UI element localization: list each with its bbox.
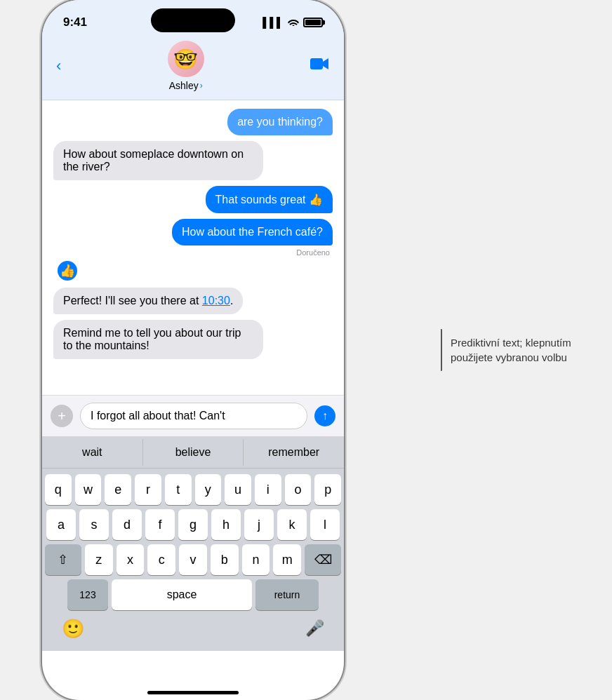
status-time: 9:41 [63, 15, 87, 29]
message-input-wrapper[interactable]: I forgot all about that! Can't [80, 403, 307, 429]
message-received-3: Remind me to tell you about our trip to … [53, 320, 263, 359]
svg-rect-0 [310, 58, 323, 69]
space-key[interactable]: space [112, 579, 252, 610]
phone-frame: 9:41 ▌▌▌ ‹ 🤓 Ashley › [42, 0, 344, 700]
key-w[interactable]: w [75, 474, 102, 505]
keyboard: q w e r t y u i o p a s d f g h j k l ⇧ … [42, 469, 344, 613]
message-input[interactable]: I forgot all about that! Can't [91, 410, 279, 422]
predictive-word-1[interactable]: wait [42, 439, 143, 466]
message-received-2: Perfect! I'll see you there at 10:30. [53, 288, 243, 314]
reaction-bubble: 👍 [56, 260, 79, 282]
key-m[interactable]: m [273, 544, 301, 575]
annotation: Prediktivní text; klepnutím použijete vy… [441, 329, 591, 371]
key-a[interactable]: a [46, 509, 76, 540]
nav-bar: ‹ 🤓 Ashley › [42, 35, 344, 100]
send-icon: ↑ [322, 410, 328, 422]
delete-key[interactable]: ⌫ [305, 544, 341, 575]
wifi-icon [288, 17, 299, 28]
key-e[interactable]: e [105, 474, 131, 505]
key-j[interactable]: j [244, 509, 274, 540]
shift-key[interactable]: ⇧ [45, 544, 81, 575]
contact-info[interactable]: 🤓 Ashley › [168, 41, 204, 91]
predictive-word-2[interactable]: believe [143, 439, 244, 466]
keyboard-row-2: a s d f g h j k l [45, 509, 341, 540]
signal-icon: ▌▌▌ [262, 17, 284, 28]
message-received-1: How about someplace downtown on the rive… [53, 141, 263, 180]
back-button[interactable]: ‹ [56, 57, 61, 75]
mic-button[interactable]: 🎤 [305, 619, 324, 638]
annotation-text: Prediktivní text; klepnutím použijete vy… [451, 335, 591, 365]
key-c[interactable]: c [147, 544, 175, 575]
send-button[interactable]: ↑ [314, 405, 335, 426]
chevron-right-icon: › [200, 81, 203, 90]
key-q[interactable]: q [45, 474, 72, 505]
key-h[interactable]: h [211, 509, 241, 540]
contact-name: Ashley › [169, 80, 203, 91]
key-d[interactable]: d [112, 509, 142, 540]
avatar: 🤓 [168, 41, 204, 77]
dynamic-island [151, 8, 235, 32]
key-r[interactable]: r [135, 474, 161, 505]
predictive-word-3[interactable]: remember [244, 439, 344, 466]
keyboard-row-3: ⇧ z x c v b n m ⌫ [45, 544, 341, 575]
key-x[interactable]: x [117, 544, 145, 575]
key-k[interactable]: k [277, 509, 307, 540]
key-i[interactable]: i [255, 474, 281, 505]
key-o[interactable]: o [285, 474, 312, 505]
key-v[interactable]: v [179, 544, 207, 575]
keyboard-row-1: q w e r t y u i o p [45, 474, 341, 505]
video-call-button[interactable] [310, 57, 330, 75]
reaction-row: 👍 [53, 260, 333, 282]
key-n[interactable]: n [242, 544, 270, 575]
key-b[interactable]: b [211, 544, 239, 575]
battery-icon [303, 18, 323, 27]
messages-area: are you thinking? How about someplace do… [42, 100, 344, 395]
predictive-text-bar: wait believe remember [42, 436, 344, 469]
message-sent-2: How about the French café? [172, 219, 333, 245]
input-area: + I forgot all about that! Can't ↑ [42, 395, 344, 436]
key-g[interactable]: g [178, 509, 208, 540]
keyboard-row-4: 123 space return [45, 579, 341, 610]
bottom-bar: 🙂 🎤 [42, 613, 344, 651]
emoji-button[interactable]: 🙂 [62, 618, 84, 640]
delivered-label: Doručeno [296, 248, 333, 257]
key-f[interactable]: f [145, 509, 175, 540]
message-sent-1: That sounds great 👍 [206, 186, 333, 213]
key-l[interactable]: l [310, 509, 340, 540]
key-u[interactable]: u [225, 474, 251, 505]
key-z[interactable]: z [85, 544, 113, 575]
annotation-bracket [441, 329, 442, 371]
key-p[interactable]: p [314, 474, 341, 505]
add-attachment-button[interactable]: + [51, 405, 73, 427]
return-key[interactable]: return [255, 579, 319, 610]
time-link[interactable]: 10:30 [202, 295, 230, 307]
key-s[interactable]: s [79, 509, 109, 540]
home-indicator [147, 691, 239, 694]
key-t[interactable]: t [165, 474, 192, 505]
numbers-key[interactable]: 123 [67, 579, 108, 610]
status-icons: ▌▌▌ [262, 17, 323, 28]
key-y[interactable]: y [195, 474, 222, 505]
message-truncated: are you thinking? [227, 109, 333, 135]
